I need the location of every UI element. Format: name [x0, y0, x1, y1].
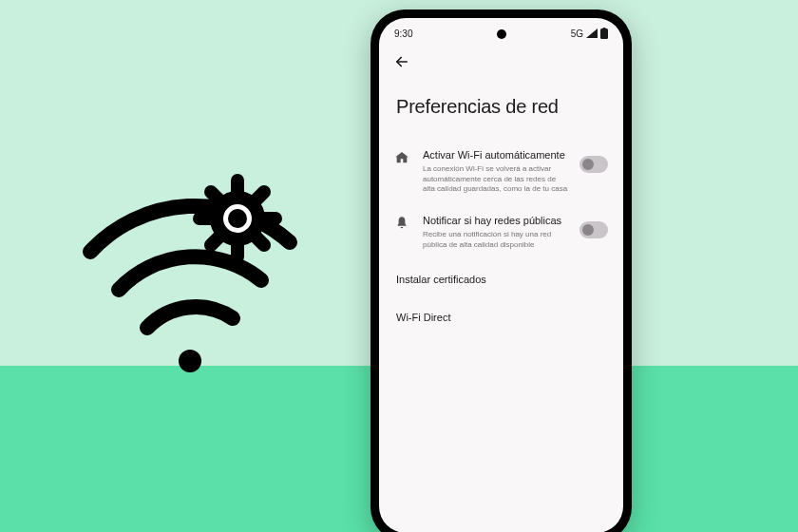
svg-line-6 — [211, 192, 218, 200]
page-title: Preferencias de red — [379, 71, 623, 139]
svg-line-7 — [256, 192, 264, 200]
svg-rect-11 — [600, 28, 608, 39]
back-button[interactable] — [392, 52, 411, 71]
setting-public-notify-title: Notificar si hay redes públicas — [423, 214, 568, 228]
toggle-public-notify[interactable] — [580, 221, 608, 238]
svg-line-8 — [211, 238, 218, 245]
svg-rect-12 — [603, 28, 606, 29]
setting-auto-wifi[interactable]: Activar Wi-Fi automáticamente La conexió… — [379, 139, 623, 204]
setting-auto-wifi-desc: La conexión Wi-Fi se volverá a activar a… — [423, 164, 568, 195]
setting-install-certs[interactable]: Instalar certificados — [379, 260, 623, 298]
setting-public-notify[interactable]: Notificar si hay redes públicas Recibe u… — [379, 204, 623, 259]
setting-wifi-direct[interactable]: Wi-Fi Direct — [379, 298, 623, 336]
svg-point-10 — [228, 209, 247, 228]
setting-public-notify-desc: Recibe una notificación si hay una red p… — [423, 230, 568, 251]
signal-icon — [586, 28, 598, 38]
camera-punch-hole — [497, 29, 506, 39]
network-label: 5G — [571, 28, 583, 39]
bell-icon — [394, 214, 411, 235]
setting-auto-wifi-title: Activar Wi-Fi automáticamente — [423, 148, 568, 162]
svg-line-9 — [256, 238, 264, 245]
phone-frame: 9:30 5G Preferencias de red Activar Wi-F… — [370, 10, 632, 532]
home-wifi-icon — [394, 148, 411, 169]
phone-screen: 9:30 5G Preferencias de red Activar Wi-F… — [379, 18, 623, 532]
wifi-settings-icon — [71, 147, 318, 394]
svg-point-0 — [179, 350, 201, 372]
battery-icon — [600, 28, 608, 39]
toggle-auto-wifi[interactable] — [580, 156, 608, 173]
status-time: 9:30 — [394, 28, 412, 39]
